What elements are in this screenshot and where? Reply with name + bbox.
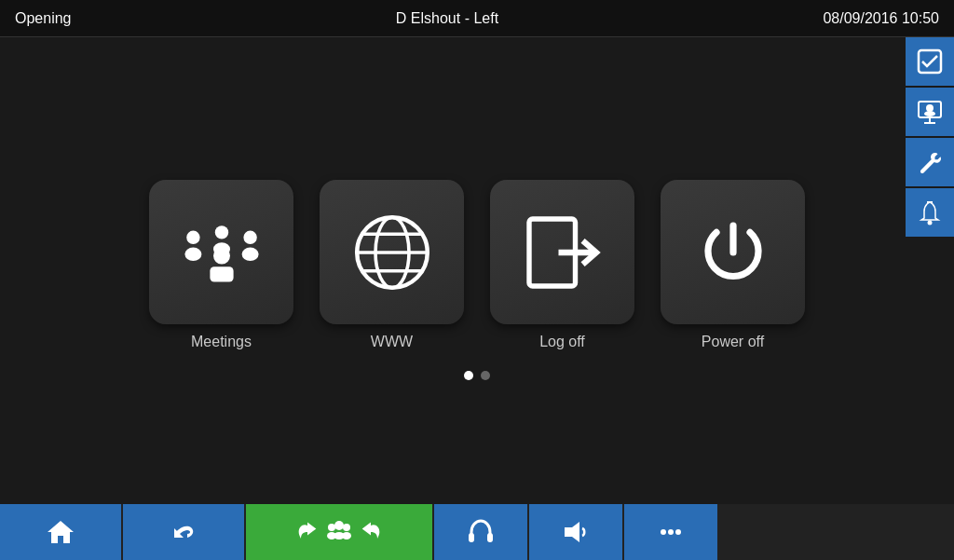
arrow-right-icon [294,519,320,545]
sidebar-settings-button[interactable] [906,138,954,186]
checkbox-icon [917,48,943,75]
arrow-left-icon [358,519,384,545]
meeting-button[interactable] [246,504,432,560]
app-poweroff[interactable]: Power off [661,180,805,350]
meetings-icon [180,211,264,294]
home-icon [46,517,75,547]
svg-marker-23 [48,521,74,543]
svg-point-20 [924,111,935,116]
volume-icon [561,517,591,547]
app-grid: Meetings WWW [149,180,805,350]
meeting-icons [294,519,384,545]
svg-point-6 [213,247,230,264]
www-label: WWW [371,334,413,350]
sidebar-task-button[interactable] [906,37,954,86]
svg-point-28 [343,524,350,531]
meeting-group-icon [326,519,352,545]
poweroff-icon [691,211,775,294]
meetings-icon-bg [149,180,293,324]
headphones-icon [466,517,496,547]
presentation-icon [917,99,943,125]
logoff-label: Log off [539,334,585,350]
dot-2[interactable] [481,371,490,380]
header-left: Opening [15,10,72,27]
back-button[interactable] [123,504,244,560]
www-icon-bg [320,180,464,324]
svg-point-2 [214,225,227,239]
sidebar-presentation-button[interactable] [906,88,954,136]
svg-point-35 [675,529,681,535]
svg-point-21 [928,221,933,225]
home-button[interactable] [0,504,121,560]
poweroff-label: Power off [702,334,764,350]
svg-point-4 [243,230,256,243]
taskbar [0,504,954,560]
svg-point-26 [334,521,344,530]
svg-rect-30 [469,533,474,542]
svg-point-24 [328,524,335,531]
bell-icon [917,199,943,225]
logoff-icon-bg [490,180,634,324]
more-button[interactable] [624,504,717,560]
svg-rect-7 [210,266,233,281]
svg-marker-32 [565,522,579,542]
more-icon [656,517,686,547]
back-icon [169,517,198,547]
app-meetings[interactable]: Meetings [149,180,293,350]
svg-point-0 [186,230,199,243]
header-center: D Elshout - Left [396,10,498,27]
sidebar-notifications-button[interactable] [906,188,954,237]
header: Opening D Elshout - Left 08/09/2016 10:5… [0,0,954,37]
www-icon [350,211,434,294]
svg-point-19 [926,104,934,112]
poweroff-icon-bg [661,180,805,324]
meetings-label: Meetings [191,334,252,350]
svg-point-33 [661,529,666,535]
volume-button[interactable] [529,504,622,560]
app-www[interactable]: WWW [320,180,464,350]
svg-point-1 [184,247,201,260]
svg-point-29 [342,532,351,540]
dot-1[interactable] [464,371,473,380]
main-area: Meetings WWW [0,37,954,504]
svg-rect-15 [919,50,941,73]
logoff-icon [521,211,605,294]
header-right: 08/09/2016 10:50 [823,10,939,27]
svg-point-34 [668,529,674,535]
wrench-icon [917,149,943,175]
svg-point-5 [241,247,258,260]
svg-rect-31 [487,533,493,542]
headphones-button[interactable] [434,504,527,560]
pagination [464,371,490,380]
app-logoff[interactable]: Log off [490,180,634,350]
sidebar-right [906,37,954,237]
